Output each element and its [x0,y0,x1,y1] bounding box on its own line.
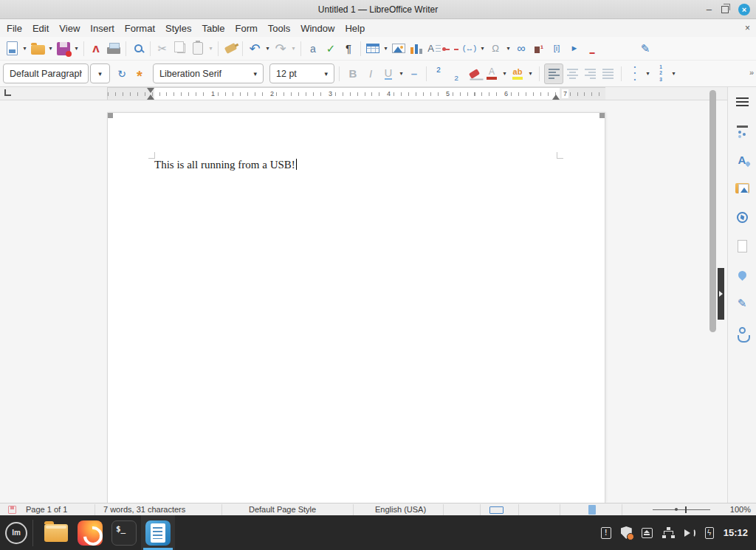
tab-stop-selector[interactable] [4,89,11,96]
font-size-combo[interactable]: 12 pt ▾ [269,63,334,83]
new-document-dropdown[interactable]: ▾ [21,45,29,52]
insert-cross-reference-button[interactable]: ► [566,39,583,58]
vertical-scrollbar[interactable] [709,89,716,502]
sidebar-tab-style-inspector[interactable] [732,266,752,283]
insert-field-button[interactable]: (↔) [461,39,478,58]
align-center-button[interactable] [563,64,581,83]
undo-dropdown[interactable]: ▾ [264,45,272,52]
power-tray-icon[interactable]: ϟ [705,527,714,539]
document-page[interactable]: This is all running from a USB! [107,112,605,503]
page-number-field[interactable]: Page 1 of 1 [26,505,67,514]
insert-table-button[interactable] [364,39,382,58]
sidebar-tab-gallery[interactable] [732,179,752,197]
strikethrough-button[interactable]: – [405,64,423,83]
sidebar-tab-manage-changes[interactable]: ✎ [732,295,752,312]
zoom-slider[interactable] [653,509,710,510]
justify-button[interactable] [599,64,616,83]
insert-bookmark-button[interactable]: [i] [548,39,566,58]
menu-file[interactable]: File [1,21,27,36]
single-page-view-icon[interactable] [588,505,596,515]
autocorrect-button[interactable]: a [304,39,322,58]
underline-dropdown[interactable]: ▾ [397,70,405,77]
horizontal-ruler[interactable]: 1 2 3 4 5 6 7 [0,87,727,100]
paste-dropdown[interactable]: ▾ [207,45,215,52]
align-right-button[interactable] [581,64,599,83]
selection-mode-icon[interactable] [489,506,504,514]
menu-tools[interactable]: Tools [263,21,295,36]
sidebar-tab-page[interactable] [732,237,752,255]
insert-table-dropdown[interactable]: ▾ [382,45,390,52]
menu-form[interactable]: Form [230,21,262,36]
network-tray-icon[interactable] [662,527,675,538]
zoom-level-field[interactable]: 100% [730,505,751,514]
menu-table[interactable]: Table [196,21,230,36]
highlight-color-button[interactable]: ab [509,64,526,83]
new-document-button[interactable] [3,39,21,58]
update-manager-tray-icon[interactable]: ! [601,527,611,539]
superscript-button[interactable]: ² [430,64,447,83]
sidebar-settings-button[interactable] [732,93,752,111]
insert-image-button[interactable] [390,39,408,58]
volume-tray-icon[interactable] [684,529,695,537]
copy-button[interactable] [171,39,189,58]
removable-drive-tray-icon[interactable] [642,528,653,538]
menu-window[interactable]: Window [295,21,340,36]
unordered-list-button[interactable]: • • • [626,64,644,83]
font-color-button[interactable]: A [483,64,501,83]
unordered-list-dropdown[interactable]: ▾ [644,70,652,77]
clone-formatting-button[interactable] [221,39,239,58]
insert-field-dropdown[interactable]: ▾ [478,45,487,52]
paste-button[interactable] [189,39,207,58]
insert-endnote-button[interactable]: ‗ [583,39,601,58]
find-replace-button[interactable] [129,39,147,58]
redo-button[interactable]: ↷ [272,39,289,58]
insert-page-break-button[interactable] [443,39,461,58]
menu-help[interactable]: Help [340,21,370,36]
spelling-button[interactable]: ✓ [322,39,340,58]
export-pdf-button[interactable]: ʌ [87,39,105,58]
firefox-launcher[interactable] [73,515,107,550]
file-manager-launcher[interactable] [39,515,73,550]
left-indent-marker[interactable] [147,94,154,100]
save-button[interactable] [55,39,72,58]
sidebar-hide-handle[interactable] [718,268,724,320]
open-dropdown[interactable]: ▾ [47,45,55,52]
toolbar-overflow-button[interactable]: » [749,68,754,77]
clear-formatting-button[interactable] [465,64,483,83]
paragraph-style-dropdown[interactable]: ▾ [90,63,110,83]
insert-special-character-button[interactable]: Ω [487,39,504,58]
undo-button[interactable]: ↶ [246,39,264,58]
mint-menu-button[interactable]: lm [0,515,32,550]
insert-special-character-dropdown[interactable]: ▾ [504,45,512,52]
minimize-button[interactable]: – [707,6,712,13]
close-document-button[interactable]: × [745,23,750,33]
document-text[interactable]: This is all running from a USB! [154,159,297,171]
sidebar-tab-properties[interactable] [732,122,752,140]
menu-insert[interactable]: Insert [85,21,120,36]
first-line-indent-marker[interactable] [147,88,154,93]
restore-button[interactable] [721,6,729,13]
font-name-combo[interactable]: Liberation Serif ▾ [153,63,264,83]
highlight-dropdown[interactable]: ▾ [526,70,535,77]
sidebar-tab-styles[interactable]: A [732,151,752,168]
update-style-button[interactable]: ↻ [113,64,131,83]
menu-edit[interactable]: Edit [27,21,54,36]
language-field[interactable]: English (USA) [375,505,426,514]
unsaved-changes-icon[interactable] [8,506,16,514]
insert-text-box-button[interactable]: A [425,39,443,58]
font-color-dropdown[interactable]: ▾ [501,70,509,77]
terminal-launcher[interactable]: $_ [107,515,141,550]
cut-button[interactable]: ✂ [154,39,171,58]
print-button[interactable] [105,39,123,58]
subscript-button[interactable]: ₂ [447,64,465,83]
sidebar-tab-accessibility-check[interactable] [732,323,752,341]
bold-button[interactable]: B [344,64,362,83]
libreoffice-writer-window-button[interactable] [141,515,175,550]
underline-button[interactable]: U [379,64,397,83]
scrollbar-thumb[interactable] [709,90,716,332]
open-button[interactable] [29,39,47,58]
insert-hyperlink-button[interactable]: ∞ [512,39,530,58]
document-workspace[interactable]: This is all running from a USB! [0,100,727,503]
ordered-list-dropdown[interactable]: ▾ [670,70,678,77]
word-count-field[interactable]: 7 words, 31 characters [103,505,185,514]
